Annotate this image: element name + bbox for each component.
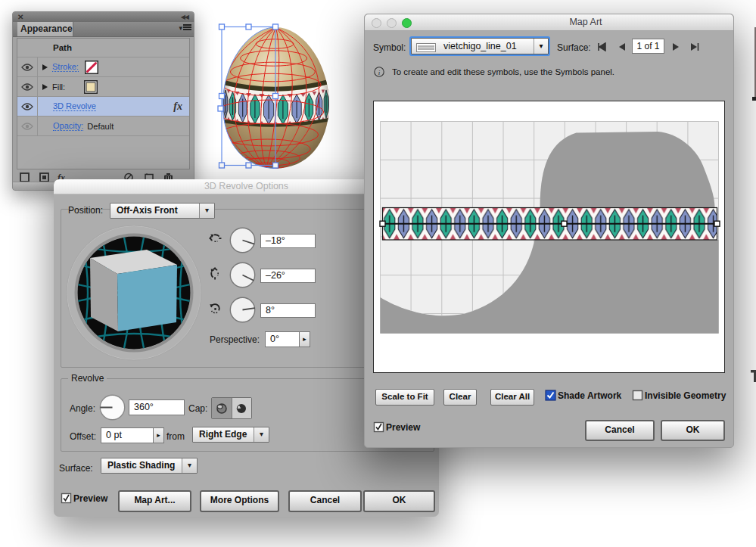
svg-text:i: i xyxy=(378,69,381,76)
